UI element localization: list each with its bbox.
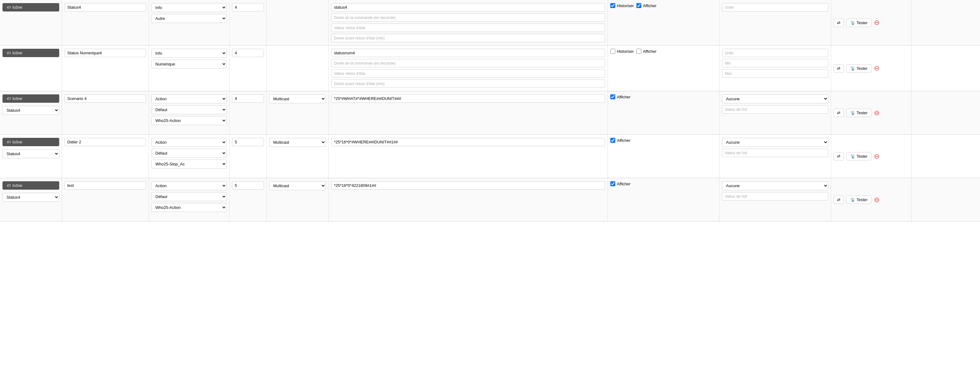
aucune-select[interactable]: Aucune — [722, 181, 828, 190]
unite-input[interactable] — [722, 3, 828, 11]
historiser-label[interactable]: Historiser — [610, 3, 634, 8]
icon-button[interactable]: 🏷 Icône — [3, 181, 59, 190]
afficher-checkbox[interactable] — [610, 94, 615, 99]
historiser-checkbox[interactable] — [610, 3, 615, 8]
name-input[interactable] — [65, 49, 146, 57]
cmd-duree-input[interactable] — [331, 59, 605, 67]
afficher-checkbox[interactable] — [610, 138, 615, 143]
name-cell — [62, 178, 149, 221]
table-row: 🏷 Icône Status4 Info Action Défaut Autre… — [0, 178, 980, 222]
num-input[interactable] — [232, 181, 264, 190]
afficher-label[interactable]: Afficher — [610, 138, 630, 143]
type-select[interactable]: Info Action — [151, 138, 227, 147]
main-container: 🏷 Icône Info Action Autre Numérique Défa… — [0, 0, 980, 388]
type-sub2-select[interactable]: Who25-Action Who25-Stop_Ac — [151, 116, 227, 125]
type-cell: Info Action Autre Numérique Défaut — [149, 46, 229, 91]
share-button[interactable]: ⇄ — [834, 19, 844, 27]
remove-button[interactable]: ⊖ — [874, 65, 880, 72]
share-button[interactable]: ⇄ — [834, 64, 844, 73]
remove-button[interactable]: ⊖ — [874, 153, 880, 160]
cmd-main-input[interactable] — [331, 49, 605, 57]
cmd-main-input[interactable] — [331, 138, 605, 146]
cmd-main-input[interactable] — [331, 181, 605, 190]
tester-button[interactable]: 📡 Tester — [846, 64, 872, 73]
status-select[interactable]: Status4 — [3, 193, 59, 202]
type-sub-select[interactable]: Défaut Autre — [151, 105, 227, 114]
actions-cell: ⇄ 📡 Tester ⊖ — [831, 91, 912, 134]
cmd-duree-input[interactable] — [331, 13, 605, 22]
type-select[interactable]: Info Action — [151, 94, 227, 103]
afficher-checkbox[interactable] — [636, 3, 641, 8]
type-sub-select[interactable]: Autre Numérique Défaut — [151, 14, 227, 23]
cmd-duree-retour-input[interactable] — [331, 80, 605, 88]
num-input[interactable] — [232, 3, 264, 11]
cmd-main-input[interactable] — [331, 94, 605, 103]
status-select[interactable]: Status4 — [3, 149, 59, 158]
table-row: 🏷 Icône Info Action Autre Numérique Défa… — [0, 0, 980, 46]
proto-select[interactable]: Multicast — [269, 94, 326, 103]
name-input[interactable] — [65, 3, 146, 11]
tester-button[interactable]: 📡 Tester — [846, 109, 872, 117]
historiser-checkbox[interactable] — [610, 49, 615, 54]
icon-button[interactable]: 🏷 Icône — [3, 3, 59, 11]
tester-button[interactable]: 📡 Tester — [846, 19, 872, 27]
tester-button[interactable]: 📡 Tester — [846, 196, 872, 204]
type-sub2-select[interactable]: Who25-Action Who25-Stop_Ac — [151, 203, 227, 212]
cmd-duree-retour-input[interactable] — [331, 34, 605, 42]
afficher-label[interactable]: Afficher — [636, 3, 657, 8]
share-button[interactable]: ⇄ — [834, 196, 844, 204]
flag-icon: 🏷 — [7, 183, 11, 188]
cmd-retour-input[interactable] — [331, 24, 605, 32]
icon-button[interactable]: 🏷 Icône — [3, 49, 59, 57]
afficher-label[interactable]: Afficher — [610, 94, 630, 99]
min-input[interactable] — [722, 59, 828, 67]
num-input[interactable] — [232, 138, 264, 146]
share-button[interactable]: ⇄ — [834, 109, 844, 117]
historiser-label[interactable]: Historiser — [610, 49, 634, 54]
unite-cell: Aucune — [719, 178, 831, 221]
tester-button[interactable]: 📡 Tester — [846, 152, 872, 160]
afficher-checkbox[interactable] — [610, 181, 615, 186]
type-sub-select[interactable]: Autre Numérique Défaut — [151, 60, 227, 69]
status-select[interactable]: Status4 — [3, 106, 59, 115]
name-input[interactable] — [65, 94, 146, 103]
aucune-select[interactable]: Aucune — [722, 94, 828, 103]
proto-select[interactable]: Multicast — [269, 181, 326, 190]
icon-cell: 🏷 Icône Status4 — [0, 91, 62, 134]
type-select[interactable]: Info Action — [151, 49, 227, 58]
valeur-inf-input[interactable] — [722, 192, 828, 201]
share-button[interactable]: ⇄ — [834, 152, 844, 160]
type-sub-select[interactable]: Défaut Autre — [151, 148, 227, 158]
type-select[interactable]: Info Action — [151, 181, 227, 190]
remove-button[interactable]: ⊖ — [874, 110, 880, 117]
max-input[interactable] — [722, 69, 828, 78]
afficher-checkbox[interactable] — [636, 49, 641, 54]
flag-icon: 🏷 — [7, 51, 11, 55]
valeur-inf-input[interactable] — [722, 148, 828, 157]
histo-cell: Afficher — [608, 135, 719, 178]
icon-button[interactable]: 🏷 Icône — [3, 94, 59, 103]
remove-button[interactable]: ⊖ — [874, 19, 880, 26]
proto-select[interactable]: Multicast — [269, 138, 326, 147]
tester-icon: 📡 — [850, 21, 855, 25]
afficher-label[interactable]: Afficher — [636, 49, 657, 54]
icon-cell: 🏷 Icône — [0, 0, 62, 45]
cmd-retour-input[interactable] — [331, 69, 605, 78]
num-input[interactable] — [232, 49, 264, 57]
afficher-label[interactable]: Afficher — [610, 181, 630, 186]
type-sub2-select[interactable]: Who25-Action Who25-Stop_Ac — [151, 160, 227, 169]
icon-button[interactable]: 🏷 Icône — [3, 138, 59, 146]
proto-cell: Multicast — [267, 135, 329, 178]
unite-input[interactable] — [722, 49, 828, 57]
num-input[interactable] — [232, 94, 264, 103]
valeur-inf-input[interactable] — [722, 105, 828, 113]
cmd-main-input[interactable] — [331, 3, 605, 11]
name-input[interactable] — [65, 138, 146, 146]
unite-cell — [719, 46, 831, 91]
remove-button[interactable]: ⊖ — [874, 196, 880, 203]
aucune-select[interactable]: Aucune — [722, 138, 828, 147]
histo-cell: Historiser Afficher — [608, 0, 719, 45]
type-select[interactable]: Info Action — [151, 3, 227, 12]
type-sub-select[interactable]: Défaut Autre — [151, 192, 227, 201]
name-input[interactable] — [65, 181, 146, 190]
